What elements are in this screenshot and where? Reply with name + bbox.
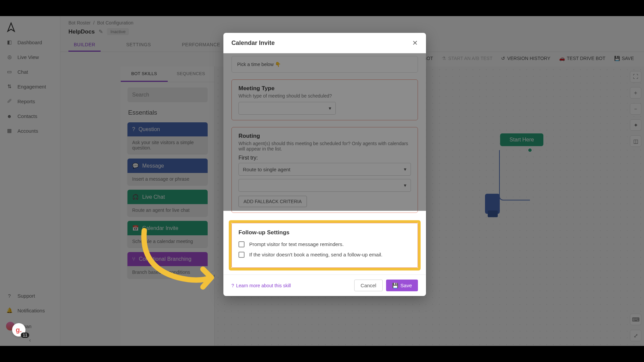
checkbox-followup-email[interactable] (238, 252, 245, 258)
followup-title: Follow-up Settings (238, 229, 411, 236)
grammarly-count: 11 (21, 333, 29, 338)
close-icon[interactable]: ✕ (412, 39, 418, 47)
cancel-button[interactable]: Cancel (354, 280, 383, 291)
save-icon: 💾 (392, 283, 398, 289)
save-label: Save (400, 283, 412, 288)
help-icon: ? (231, 283, 234, 288)
checkbox-sms-reminders[interactable] (238, 241, 245, 247)
checkbox-sms-label: Prompt visitor for text message reminder… (249, 241, 344, 248)
learn-more-link[interactable]: ?Learn more about this skill (231, 283, 291, 288)
save-button[interactable]: 💾Save (386, 280, 418, 291)
calendar-invite-modal: Calendar Invite ✕ Pick a time below 👇 Me… (223, 33, 426, 296)
followup-group: Follow-up Settings Prompt visitor for te… (231, 223, 418, 268)
learn-label: Learn more about this skill (236, 283, 291, 288)
modal-title: Calendar Invite (231, 40, 275, 47)
dimmed-region (223, 53, 426, 211)
checkbox-email-label: If the visitor doesn't book a meeting, s… (249, 251, 382, 258)
highlight-box: Follow-up Settings Prompt visitor for te… (229, 220, 421, 270)
